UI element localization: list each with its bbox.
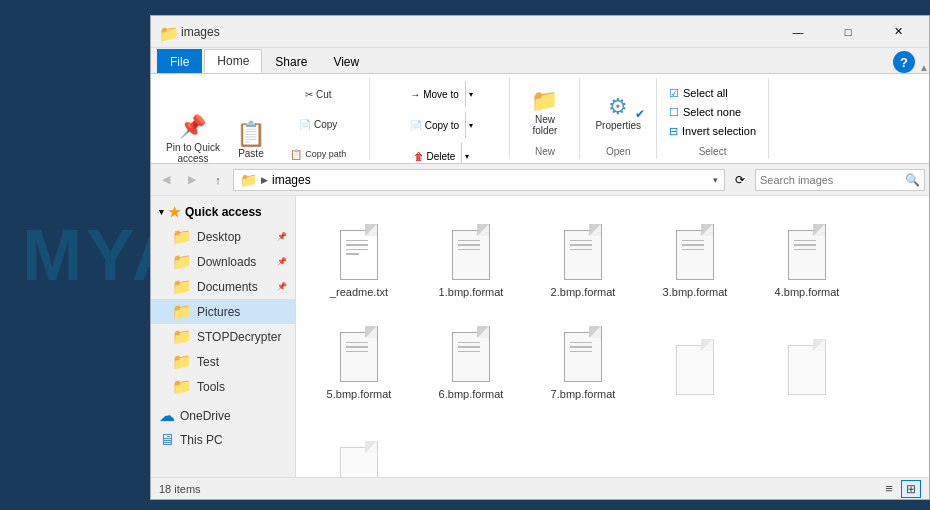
copy-label: Copy xyxy=(314,119,337,130)
paste-button[interactable]: 📋 Paste xyxy=(229,107,273,171)
ribbon-select-group: ☑ Select all ☐ Select none ⊟ Invert sele… xyxy=(657,78,769,159)
copy-to-button[interactable]: 📄 Copy to ▾ xyxy=(403,111,477,139)
tab-home[interactable]: Home xyxy=(204,49,262,73)
delete-label: Delete xyxy=(427,151,456,162)
file-item-more-3[interactable] xyxy=(304,408,414,477)
invert-selection-label: Invert selection xyxy=(682,125,756,137)
file-name-readme: _readme.txt xyxy=(330,286,388,299)
properties-icon: ⚙ ✔ xyxy=(608,94,628,120)
pin-to-quick-access-button[interactable]: 📌 Pin to Quickaccess xyxy=(159,107,227,171)
close-button[interactable]: ✕ xyxy=(875,18,921,46)
move-to-arrow-icon[interactable]: ▾ xyxy=(465,81,476,107)
pictures-folder-icon: 📁 xyxy=(172,302,192,321)
file-icon-5bmp xyxy=(329,324,389,384)
maximize-button[interactable]: □ xyxy=(825,18,871,46)
file-item-1bmp[interactable]: 1.bmp.format xyxy=(416,204,526,304)
onedrive-icon: ☁ xyxy=(159,406,175,425)
grid-view-button[interactable]: ⊞ xyxy=(901,480,921,498)
file-name-1bmp: 1.bmp.format xyxy=(439,286,504,299)
statusbar: 18 items ≡ ⊞ xyxy=(151,477,929,499)
sidebar-quick-access-header[interactable]: ▾ ★ Quick access xyxy=(151,200,295,224)
ribbon-organize-group: → Move to ▾ 📄 Copy to ▾ 🗑 Delete xyxy=(370,78,510,159)
breadcrumb-chevron: ▶ xyxy=(261,175,268,185)
copy-to-arrow-icon[interactable]: ▾ xyxy=(465,112,476,138)
copy-icon: 📄 xyxy=(299,119,311,130)
cut-label: Cut xyxy=(316,89,332,100)
file-item-5bmp[interactable]: 5.bmp.format xyxy=(304,306,414,406)
paste-icon: 📋 xyxy=(236,120,266,148)
test-folder-icon: 📁 xyxy=(172,352,192,371)
file-icon-more-3 xyxy=(329,439,389,477)
select-all-button[interactable]: ☑ Select all xyxy=(665,85,760,102)
this-pc-label: This PC xyxy=(180,433,223,447)
sidebar-item-documents[interactable]: 📁 Documents 📌 xyxy=(151,274,295,299)
file-item-3bmp[interactable]: 3.bmp.format xyxy=(640,204,750,304)
window-controls: — □ ✕ xyxy=(775,18,921,46)
addressbar: ◀ ▶ ↑ 📁 ▶ images ▾ ⟳ 🔍 xyxy=(151,164,929,196)
downloads-pin-icon: 📌 xyxy=(277,257,287,266)
file-item-readme[interactable]: _readme.txt xyxy=(304,204,414,304)
file-item-4bmp[interactable]: 4.bmp.format xyxy=(752,204,862,304)
pin-label: Pin to Quickaccess xyxy=(166,142,220,164)
sidebar-item-test[interactable]: 📁 Test xyxy=(151,349,295,374)
main-content: ▾ ★ Quick access 📁 Desktop 📌 📁 Downloads… xyxy=(151,196,929,477)
sidebar-item-this-pc[interactable]: 🖥 This PC xyxy=(151,428,295,452)
window-title: images xyxy=(181,25,775,39)
copy-button[interactable]: 📄 Copy xyxy=(275,110,362,138)
minimize-button[interactable]: — xyxy=(775,18,821,46)
file-icon-4bmp xyxy=(777,222,837,282)
file-item-7bmp[interactable]: 7.bmp.format xyxy=(528,306,638,406)
new-folder-label: Newfolder xyxy=(532,114,557,136)
tab-view[interactable]: View xyxy=(320,49,372,73)
select-none-button[interactable]: ☐ Select none xyxy=(665,104,760,121)
invert-selection-button[interactable]: ⊟ Invert selection xyxy=(665,123,760,140)
ribbon-tabs: File Home Share View ? ▲ xyxy=(151,48,929,74)
sidebar-item-pictures[interactable]: 📁 Pictures xyxy=(151,299,295,324)
sidebar-item-desktop[interactable]: 📁 Desktop 📌 xyxy=(151,224,295,249)
ribbon-expand-icon[interactable]: ▲ xyxy=(919,62,929,73)
select-all-label: Select all xyxy=(683,87,728,99)
new-folder-button[interactable]: 📁 Newfolder xyxy=(521,80,569,144)
cut-button[interactable]: ✂ Cut xyxy=(275,80,362,108)
tab-share[interactable]: Share xyxy=(262,49,320,73)
test-label: Test xyxy=(197,355,219,369)
forward-button[interactable]: ▶ xyxy=(181,169,203,191)
search-box[interactable]: 🔍 xyxy=(755,169,925,191)
sidebar-item-downloads[interactable]: 📁 Downloads 📌 xyxy=(151,249,295,274)
file-item-2bmp[interactable]: 2.bmp.format xyxy=(528,204,638,304)
search-input[interactable] xyxy=(760,174,901,186)
up-button[interactable]: ↑ xyxy=(207,169,229,191)
address-bar[interactable]: 📁 ▶ images ▾ xyxy=(233,169,725,191)
properties-button[interactable]: ⚙ ✔ Properties xyxy=(588,80,648,144)
tab-file[interactable]: File xyxy=(157,49,202,73)
view-toggle: ≡ ⊞ xyxy=(879,480,921,498)
onedrive-label: OneDrive xyxy=(180,409,231,423)
downloads-folder-icon: 📁 xyxy=(172,252,192,271)
file-item-more-2[interactable] xyxy=(752,306,862,406)
stopdecrypter-folder-icon: 📁 xyxy=(172,327,192,346)
titlebar: 📁 images — □ ✕ xyxy=(151,16,929,48)
file-icon-6bmp xyxy=(441,324,501,384)
copy-path-label: Copy path xyxy=(305,149,346,159)
back-button[interactable]: ◀ xyxy=(155,169,177,191)
desktop-pin-icon: 📌 xyxy=(277,232,287,241)
move-to-button[interactable]: → Move to ▾ xyxy=(403,80,477,108)
sidebar-item-stopdecrypter[interactable]: 📁 STOPDecrypter xyxy=(151,324,295,349)
stopdecrypter-label: STOPDecrypter xyxy=(197,330,281,344)
sidebar-item-tools[interactable]: 📁 Tools xyxy=(151,374,295,399)
file-item-6bmp[interactable]: 6.bmp.format xyxy=(416,306,526,406)
item-count: 18 items xyxy=(159,483,201,495)
file-icon-2bmp xyxy=(553,222,613,282)
list-view-button[interactable]: ≡ xyxy=(879,480,899,498)
copy-to-label: Copy to xyxy=(425,120,459,131)
documents-pin-icon: 📌 xyxy=(277,282,287,291)
this-pc-icon: 🖥 xyxy=(159,431,175,449)
refresh-button[interactable]: ⟳ xyxy=(729,169,751,191)
file-explorer-window: 📁 images — □ ✕ File Home Share View ? ▲ xyxy=(150,15,930,500)
help-button[interactable]: ? xyxy=(893,51,915,73)
file-name-6bmp: 6.bmp.format xyxy=(439,388,504,401)
file-name-4bmp: 4.bmp.format xyxy=(775,286,840,299)
file-item-more-1[interactable] xyxy=(640,306,750,406)
sidebar-item-onedrive[interactable]: ☁ OneDrive xyxy=(151,403,295,428)
copy-paste-col: 📋 Paste xyxy=(229,107,273,171)
